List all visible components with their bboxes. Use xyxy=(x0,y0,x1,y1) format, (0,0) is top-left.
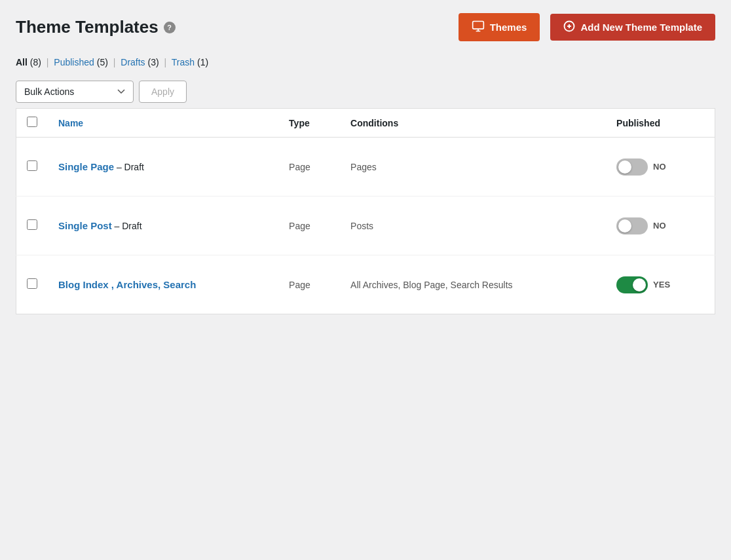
table-row: Single Post – Draft PagePosts NO xyxy=(16,196,715,255)
filter-published-count: (5) xyxy=(97,57,108,67)
toggle-track[interactable] xyxy=(616,217,648,234)
filter-bar: All (8) | Published (5) | Drafts (3) | T… xyxy=(16,57,715,67)
row-published[interactable]: NO xyxy=(606,138,715,196)
toggle-label: NO xyxy=(653,162,666,172)
toolbar: Bulk Actions Edit Move to Trash Apply xyxy=(16,75,715,108)
row-checkbox-2[interactable] xyxy=(27,278,37,289)
name-cell: Blog Index , Archives, Search xyxy=(58,279,268,290)
table-header-row: Name Type Conditions Published xyxy=(16,109,715,138)
table-row: Single Page – Draft PagePages NO xyxy=(16,138,715,196)
toggle-track[interactable] xyxy=(616,159,648,176)
toggle-wrapper[interactable]: NO xyxy=(616,159,704,176)
toggle-thumb xyxy=(633,278,646,291)
select-all-checkbox[interactable] xyxy=(27,117,37,127)
row-checkbox-1[interactable] xyxy=(27,219,37,230)
row-draft-label: – Draft xyxy=(115,221,142,231)
row-conditions: All Archives, Blog Page, Search Results xyxy=(340,255,606,314)
add-new-button[interactable]: Add New Theme Template xyxy=(550,14,715,41)
name-cell: Single Post – Draft xyxy=(58,220,268,231)
page-title: Theme Templates ? xyxy=(16,17,176,37)
select-all-header[interactable] xyxy=(16,109,48,138)
themes-button[interactable]: Themes xyxy=(459,13,540,41)
themes-button-label: Themes xyxy=(490,22,527,33)
row-published[interactable]: YES xyxy=(606,255,715,314)
template-table: Name Type Conditions Published Single Pa… xyxy=(16,108,715,314)
row-type: Page xyxy=(278,138,340,196)
toggle-wrapper[interactable]: NO xyxy=(616,217,704,234)
row-name-link[interactable]: Single Page xyxy=(58,161,114,172)
filter-drafts-count: (3) xyxy=(148,57,159,67)
toggle-wrapper[interactable]: YES xyxy=(616,276,704,293)
apply-button[interactable]: Apply xyxy=(139,81,187,103)
toggle-label: YES xyxy=(653,280,670,289)
toggle[interactable] xyxy=(616,159,648,176)
name-cell: Single Page – Draft xyxy=(58,161,268,172)
filter-trash-count: (1) xyxy=(197,57,208,67)
col-header-conditions: Conditions xyxy=(340,109,606,138)
col-header-type: Type xyxy=(278,109,340,138)
page-header: Theme Templates ? Themes Add New Theme T… xyxy=(16,13,715,41)
row-type: Page xyxy=(278,196,340,255)
row-name-link[interactable]: Blog Index , Archives, Search xyxy=(58,279,196,290)
row-name-link[interactable]: Single Post xyxy=(58,220,112,231)
filter-published-link[interactable]: Published xyxy=(54,57,96,67)
row-conditions: Pages xyxy=(340,138,606,196)
themes-button-icon xyxy=(472,20,485,35)
toggle-thumb xyxy=(618,160,631,174)
toggle-thumb xyxy=(618,219,631,233)
toggle-label: NO xyxy=(653,221,666,231)
row-type: Page xyxy=(278,255,340,314)
help-icon[interactable]: ? xyxy=(164,22,176,33)
bulk-actions-select[interactable]: Bulk Actions Edit Move to Trash xyxy=(16,81,134,103)
filter-trash-link[interactable]: Trash xyxy=(172,57,197,67)
toggle[interactable] xyxy=(616,217,648,234)
filter-all-count: (8) xyxy=(30,57,41,67)
row-conditions: Posts xyxy=(340,196,606,255)
row-checkbox-0[interactable] xyxy=(27,160,37,171)
add-new-button-label: Add New Theme Template xyxy=(580,22,702,33)
row-draft-label: – Draft xyxy=(117,162,144,172)
svg-rect-0 xyxy=(472,22,483,29)
col-header-name: Name xyxy=(48,109,278,138)
add-new-icon xyxy=(563,20,575,34)
row-published[interactable]: NO xyxy=(606,196,715,255)
toggle[interactable] xyxy=(616,276,648,293)
filter-drafts-link[interactable]: Drafts xyxy=(121,57,147,67)
toggle-track[interactable] xyxy=(616,276,648,293)
filter-all-label: All xyxy=(16,57,28,67)
col-header-published: Published xyxy=(606,109,715,138)
table-row: Blog Index , Archives, Search PageAll Ar… xyxy=(16,255,715,314)
